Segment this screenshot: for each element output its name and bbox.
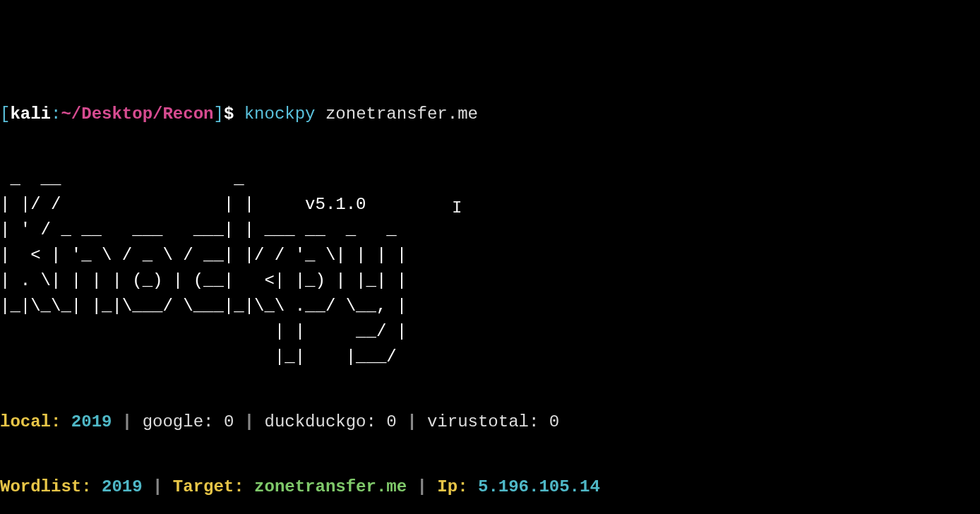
- target-value: zonetransfer.me: [254, 477, 407, 496]
- separator: |: [143, 477, 173, 496]
- command: knockpy: [244, 104, 316, 124]
- separator: |: [407, 477, 437, 496]
- target-label: Target:: [173, 477, 244, 496]
- dollar-sign: $: [224, 104, 234, 124]
- bracket-open: [: [0, 104, 10, 124]
- local-value: 2019: [71, 412, 112, 431]
- ip-label: Ip:: [437, 477, 467, 496]
- separator: |: [234, 412, 264, 431]
- separator: |: [112, 412, 142, 431]
- duckduckgo-stat: duckduckgo: 0: [265, 412, 397, 431]
- colon: :: [51, 104, 61, 124]
- cwd-path: ~/Desktop/Recon: [61, 104, 213, 124]
- google-stat: google: 0: [143, 412, 234, 431]
- text-cursor-icon: I: [452, 196, 462, 221]
- source-stats-line: local: 2019 | google: 0 | duckduckgo: 0 …: [0, 410, 980, 435]
- shell-prompt-line[interactable]: [kali:~/Desktop/Recon]$ knockpy zonetran…: [0, 102, 980, 127]
- separator: |: [397, 412, 427, 431]
- ip-value: 5.196.105.14: [478, 477, 600, 496]
- bracket-close: ]: [213, 104, 223, 124]
- ascii-banner: _ __ _ | |/ / | | v5.1.0 | ' / _ __ ___ …: [0, 167, 980, 370]
- command-arg: zonetransfer.me: [325, 104, 478, 124]
- wordlist-label: Wordlist:: [0, 477, 92, 496]
- virustotal-stat: virustotal: 0: [427, 412, 559, 431]
- wordlist-value: 2019: [102, 477, 143, 496]
- username: kali: [10, 104, 51, 124]
- target-meta-line: Wordlist: 2019 | Target: zonetransfer.me…: [0, 474, 980, 500]
- local-label: local:: [0, 412, 61, 431]
